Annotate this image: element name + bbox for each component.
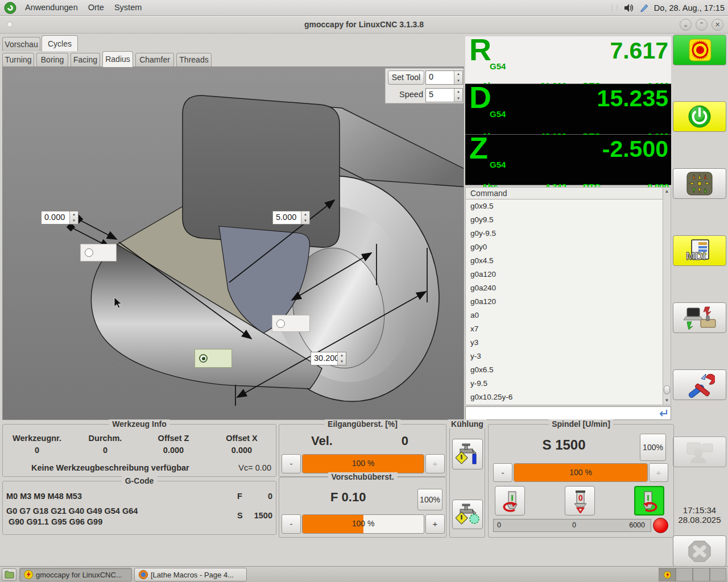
command-history-row[interactable]: g0a120 <box>466 295 671 309</box>
command-history-row[interactable]: g0y9.5 <box>466 213 671 227</box>
cycle-tab[interactable]: Chamfer <box>135 53 174 66</box>
scroll-up-icon[interactable]: ▲ <box>663 188 671 196</box>
feed-plus-button[interactable]: + <box>425 514 445 534</box>
spin-down-icon[interactable]: ▼ <box>338 359 346 365</box>
dro-axis-row[interactable]: D G54 15.235 Abs 42.192 DTG 0.000 <box>465 84 671 135</box>
spindle-slider-track[interactable]: 100 % <box>514 463 648 482</box>
set-tool-spinbox[interactable]: 0 ▲▼ <box>425 70 463 85</box>
spindle-s-label: S <box>237 511 243 520</box>
taskbar-item-gmoccapy[interactable]: gmoccapy for LinuxCNC... <box>19 568 132 581</box>
mdi-mode-button[interactable]: MDI <box>673 235 726 266</box>
spin-down-icon[interactable]: ▼ <box>454 95 462 102</box>
volume-icon[interactable] <box>624 3 635 13</box>
step-depth-spinbox[interactable]: 5.000 ▲▼ <box>272 211 310 225</box>
command-history-row[interactable]: g0y-9.5 <box>466 227 671 240</box>
mdi-command-entry[interactable] <box>465 406 671 420</box>
spindle-minus-button[interactable]: - <box>493 463 512 482</box>
window-unshade-button[interactable]: ⌃ <box>696 19 708 31</box>
rpm-min: 0 <box>497 521 501 529</box>
estop-button[interactable] <box>673 35 726 65</box>
mist-coolant-button[interactable] <box>452 500 483 529</box>
command-history-list[interactable]: g0x9.5g0y9.5g0y-9.5g0y0g0x4.5g0a120g0a24… <box>465 199 671 405</box>
command-history-row[interactable]: y3 <box>466 336 671 350</box>
command-history-row[interactable]: y-9.5 <box>466 377 671 390</box>
feed-value: 0 <box>268 492 272 501</box>
distro-logo-icon[interactable] <box>4 2 16 14</box>
diameter-spinbox[interactable]: 30.200 ▲▼ <box>311 352 346 365</box>
tool-info-value: 0 <box>71 446 139 455</box>
workspace-2[interactable] <box>676 568 693 581</box>
radius-option-1[interactable] <box>80 244 117 261</box>
cycle-tab[interactable]: Threads <box>176 53 212 66</box>
command-history-row[interactable]: g0a240 <box>466 281 671 295</box>
spin-down-icon[interactable]: ▼ <box>70 218 78 224</box>
window-menu-dot[interactable] <box>7 22 13 27</box>
command-history-row[interactable]: g0y0 <box>466 240 671 254</box>
panel-menu-item[interactable]: Anwendungen <box>20 0 83 15</box>
spindle-cw-button[interactable] <box>634 486 664 516</box>
set-tool-button[interactable]: Set Tool <box>388 70 424 85</box>
rapid-slider-track[interactable]: 100 % <box>302 454 424 473</box>
machine-on-button[interactable] <box>673 101 726 132</box>
feed-reset-button[interactable]: 100% <box>417 489 442 510</box>
spin-down-icon[interactable]: ▼ <box>454 78 462 85</box>
mdi-command-input[interactable] <box>466 409 657 418</box>
dro-axis-row[interactable]: Z G54 -2.500 Abs -4.342 DTG 0.000 <box>465 135 671 185</box>
spin-up-icon[interactable]: ▲ <box>454 89 462 95</box>
spin-up-icon[interactable]: ▲ <box>70 211 78 218</box>
cycle-tab[interactable]: Facing <box>71 53 100 66</box>
panel-clock[interactable]: Do, 28. Aug., 17:15 <box>654 3 725 13</box>
main-tab[interactable]: Vorschau <box>2 37 40 51</box>
scroll-down-icon[interactable]: ▼ <box>663 397 671 405</box>
feed-slider-track[interactable]: 100 % <box>302 514 424 534</box>
window-shade-button[interactable]: ⌄ <box>680 19 692 31</box>
command-history-row[interactable]: g0x4.5 <box>466 254 671 268</box>
pen-applet-icon[interactable] <box>639 3 650 13</box>
cycle-tab[interactable]: Turning <box>2 53 34 66</box>
radius-option-2[interactable] <box>272 315 310 332</box>
radius-start-spinbox[interactable]: 0.000 ▲▼ <box>41 211 78 225</box>
workspace-3[interactable] <box>693 568 710 581</box>
settings-button[interactable] <box>673 369 726 400</box>
feed-minus-button[interactable]: - <box>282 514 301 534</box>
window-close-button[interactable]: ✕ <box>712 19 723 31</box>
manual-jog-mode-button[interactable] <box>673 168 726 199</box>
titlebar[interactable]: gmoccapy for LinuxCNC 3.1.3.8 ⌄ ⌃ ✕ <box>0 16 728 34</box>
spin-up-icon[interactable]: ▲ <box>301 211 309 218</box>
rapid-plus-button[interactable]: + <box>425 454 445 473</box>
rapid-minus-button[interactable]: - <box>282 454 301 473</box>
dro-axis-row[interactable]: R G54 7.617 Abs 21.096 DTG 0.000 <box>465 36 671 84</box>
rpm-current: 0 <box>572 521 576 529</box>
flood-coolant-button[interactable] <box>452 439 483 469</box>
spindle-ccw-button[interactable] <box>495 486 525 516</box>
speed-spinbox[interactable]: 5 ▲▼ <box>425 88 463 102</box>
spindle-reset-button[interactable]: 100% <box>640 434 666 461</box>
taskbar-item-browser[interactable]: [Lathe Macros - Page 4... <box>134 568 247 581</box>
radius-option-3-selected[interactable] <box>195 349 232 368</box>
panel-menu-item[interactable]: System <box>109 0 147 15</box>
spin-down-icon[interactable]: ▼ <box>301 218 309 224</box>
scrollbar-thumb[interactable] <box>664 385 670 394</box>
preview-area[interactable]: Set Tool 0 ▲▼ Speed 5 ▲▼ 0.000 ▲▼ 5.000 … <box>2 66 464 420</box>
main-tab[interactable]: Cycles <box>42 35 78 51</box>
spin-up-icon[interactable]: ▲ <box>454 71 462 78</box>
spindle-stop-button[interactable]: 0 <box>565 486 595 516</box>
exit-button[interactable] <box>673 535 726 567</box>
command-history-row[interactable]: g0x9.5 <box>466 199 671 213</box>
auto-mode-button[interactable] <box>673 302 726 333</box>
command-scrollbar[interactable]: ▲ ▼ <box>663 188 671 405</box>
command-history-row[interactable]: g0x6.5 <box>466 363 671 377</box>
command-history-row[interactable]: g0a120 <box>466 268 671 281</box>
command-history-row[interactable]: a0 <box>466 309 671 322</box>
cycle-tab[interactable]: Radius <box>102 51 133 67</box>
spin-up-icon[interactable]: ▲ <box>338 352 346 359</box>
panel-menu-item[interactable]: Orte <box>83 0 109 15</box>
cycle-tab[interactable]: Boring <box>36 53 68 66</box>
show-desktop-button[interactable] <box>2 568 16 581</box>
spindle-plus-button[interactable]: + <box>649 463 668 482</box>
command-history-row[interactable]: y-3 <box>466 350 671 363</box>
command-history-row[interactable]: g0x10.25y-6 <box>466 390 671 404</box>
command-history-row[interactable]: x7 <box>466 322 671 336</box>
workspace-4[interactable] <box>710 568 726 581</box>
workspace-1[interactable] <box>659 568 676 581</box>
